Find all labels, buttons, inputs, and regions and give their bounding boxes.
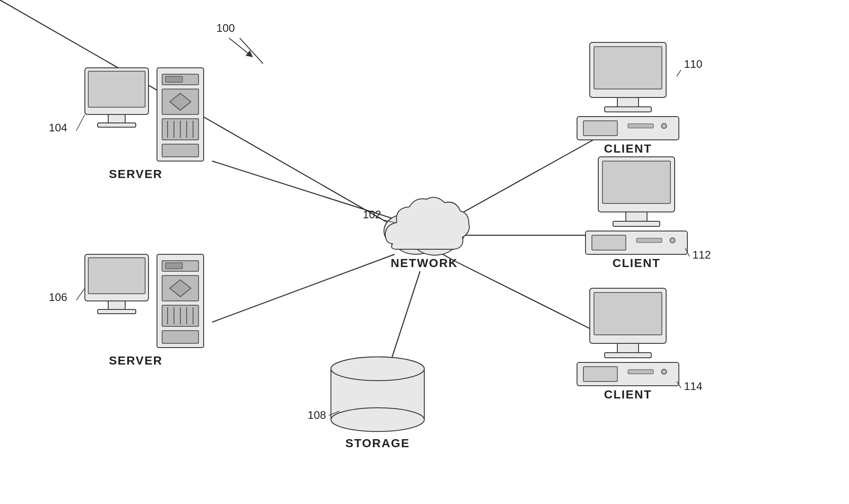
server2-ref: 106 <box>49 291 67 304</box>
client3-label: CLIENT <box>604 388 652 401</box>
svg-point-68 <box>661 369 667 374</box>
client1-ref: 110 <box>684 58 702 70</box>
svg-rect-55 <box>626 212 647 221</box>
svg-rect-9 <box>108 114 125 123</box>
svg-rect-22 <box>162 144 199 157</box>
client2-label: CLIENT <box>612 256 660 270</box>
svg-rect-48 <box>605 107 651 112</box>
storage-node: STORAGE 108 <box>308 357 424 450</box>
svg-rect-38 <box>162 331 199 343</box>
svg-rect-58 <box>592 235 626 250</box>
network-label: NETWORK <box>391 256 458 270</box>
server2-ref-arrow <box>76 288 85 300</box>
svg-rect-62 <box>594 292 662 335</box>
storage-ref: 108 <box>308 409 326 421</box>
svg-point-44 <box>331 357 424 381</box>
storage-label: STORAGE <box>345 437 410 450</box>
network-node: NETWORK 102 <box>363 198 469 270</box>
client2-ref: 112 <box>692 248 711 261</box>
client1-label: CLIENT <box>604 142 652 155</box>
diagram-ref: 100 <box>216 22 235 34</box>
svg-rect-67 <box>628 370 653 374</box>
svg-rect-59 <box>636 238 662 242</box>
client1-ref-arrow <box>677 70 681 76</box>
server1-node: SERVER 104 <box>49 68 204 181</box>
server1-label: SERVER <box>109 167 163 181</box>
server1-ref-arrow <box>76 114 85 131</box>
svg-rect-54 <box>602 161 670 203</box>
diagram-container: .diagram-line { stroke: #333; stroke-wid… <box>0 0 849 504</box>
diagram-main-ref-arrow <box>240 38 263 64</box>
client3-ref: 114 <box>684 380 702 393</box>
svg-rect-25 <box>108 301 125 309</box>
svg-rect-63 <box>617 343 639 353</box>
server2-node: SERVER 106 <box>49 254 204 367</box>
svg-rect-26 <box>98 309 136 314</box>
line-network-storage <box>390 271 420 362</box>
svg-rect-47 <box>617 97 639 107</box>
svg-rect-66 <box>583 367 617 381</box>
client1-node: CLIENT 110 <box>577 42 702 155</box>
server2-label: SERVER <box>109 354 163 367</box>
svg-rect-8 <box>88 71 145 107</box>
svg-rect-13 <box>165 76 182 82</box>
client2-node: CLIENT 112 <box>586 157 711 270</box>
svg-rect-10 <box>98 123 136 127</box>
svg-rect-46 <box>594 47 662 89</box>
svg-rect-24 <box>88 258 145 294</box>
server1-ref: 104 <box>49 121 67 134</box>
svg-rect-51 <box>628 124 653 128</box>
svg-rect-64 <box>605 353 651 358</box>
client3-node: CLIENT 114 <box>577 288 702 401</box>
line-network-server2 <box>212 254 395 322</box>
main-diagram-svg: .diagram-line { stroke: #333; stroke-wid… <box>0 0 849 504</box>
svg-rect-50 <box>583 121 617 136</box>
svg-point-52 <box>661 123 667 128</box>
line-network-client3 <box>0 0 454 261</box>
network-ref: 102 <box>363 208 381 221</box>
svg-rect-29 <box>165 263 182 269</box>
svg-rect-56 <box>613 221 660 226</box>
svg-point-60 <box>670 238 675 243</box>
svg-point-43 <box>331 408 424 432</box>
